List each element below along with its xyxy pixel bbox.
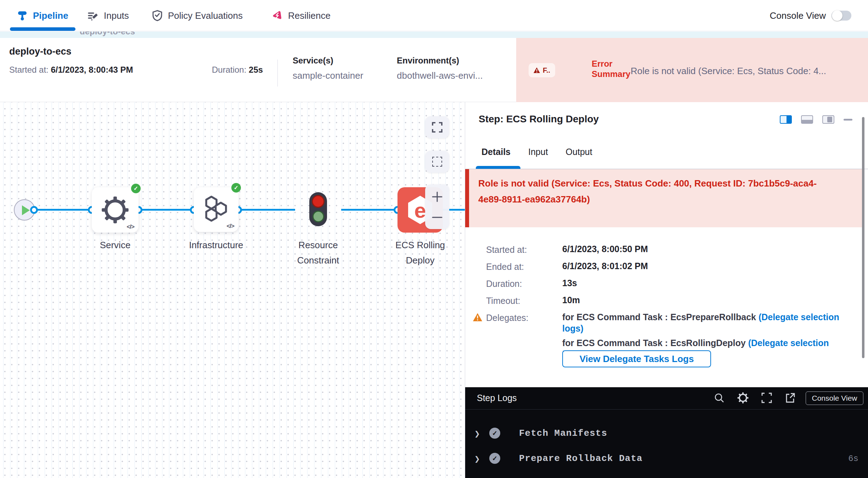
step-error-message: Role is not valid (Service: Ecs, Status … (478, 176, 836, 207)
success-check-badge: ✓ (131, 184, 141, 193)
detail-label: Started at: (486, 245, 527, 255)
search-icon[interactable] (714, 393, 725, 403)
app-root: Pipeline Inputs Policy Evaluations Resil… (0, 0, 868, 478)
delegate-line: for ECS Command Task : EcsPrepareRollbac… (562, 311, 846, 334)
canvas-fullscreen-button[interactable] (425, 116, 449, 138)
active-tab-underline (10, 27, 75, 31)
tab-pipeline-label: Pipeline (33, 10, 68, 21)
detail-value: 6/1/2023, 8:01:02 PM (562, 261, 648, 271)
layout-floating-icon[interactable] (822, 115, 834, 124)
log-row-duration: 6s (848, 454, 858, 463)
edge-constraint-ecs (341, 209, 398, 211)
code-glyph: </> (126, 223, 134, 230)
environments-value[interactable]: dbothwell-aws-envi... (397, 70, 483, 81)
log-row-title: Prepare Rollback Data (519, 453, 643, 464)
layout-split-bottom-icon[interactable] (801, 115, 813, 124)
minimize-icon[interactable] (844, 119, 852, 121)
log-success-icon: ✓ (489, 428, 500, 439)
tab-inputs[interactable]: Inputs (88, 0, 129, 31)
failed-badge-label: F.. (543, 66, 550, 74)
edge-infra-constraint (238, 209, 295, 211)
service-gear-icon (101, 196, 129, 224)
node-service-label: Service (80, 238, 151, 253)
error-summary-label: Error Summary (592, 59, 636, 79)
step-error-message-box: Role is not valid (Service: Ecs, Status … (465, 169, 864, 227)
settings-gear-icon[interactable] (737, 392, 749, 404)
zoom-out-icon (432, 212, 443, 223)
zoom-in-icon (432, 191, 443, 202)
port (30, 206, 38, 214)
detail-value: 13s (562, 278, 577, 288)
tab-input[interactable]: Input (528, 147, 548, 157)
resilience-icon (271, 10, 283, 21)
success-check-badge: ✓ (231, 183, 241, 193)
layout-split-right-icon[interactable] (780, 115, 792, 124)
pipeline-canvas[interactable]: ✓ </> Service ✓ </> Infrastructure Resou… (0, 102, 465, 478)
code-glyph: </> (226, 223, 234, 230)
step-logs-actions (714, 392, 795, 404)
environments-label: Environment(s) (397, 56, 483, 66)
chevron-right-icon[interactable]: ❯ (474, 428, 480, 439)
top-nav: Pipeline Inputs Policy Evaluations Resil… (0, 0, 868, 31)
services-label: Service(s) (293, 56, 363, 66)
console-view-toggle[interactable] (832, 11, 851, 21)
tab-details[interactable]: Details (481, 147, 511, 157)
console-view-button[interactable]: Console View (806, 391, 863, 405)
console-view-toggle-group: Console View (770, 0, 851, 31)
tab-pipeline[interactable]: Pipeline (17, 0, 68, 31)
panel-scrollbar[interactable] (862, 117, 864, 358)
delegates-warning-icon (473, 313, 482, 321)
scrolled-breadcrumb-strip: deploy-to-ecs (0, 32, 868, 38)
step-logs-title: Step Logs (477, 393, 517, 403)
detail-value: 10m (562, 295, 580, 305)
tab-output[interactable]: Output (566, 147, 592, 157)
tab-policy-evaluations[interactable]: Policy Evaluations (152, 0, 243, 31)
canvas-select-button[interactable] (425, 151, 449, 173)
error-summary-banner: F.. Error Summary Role is not valid (Ser… (516, 38, 868, 102)
expand-icon[interactable] (761, 393, 772, 403)
warning-triangle-icon (534, 67, 540, 73)
services-column: Service(s) sample-container (293, 56, 363, 81)
edge-start-service (34, 209, 92, 211)
tab-inputs-label: Inputs (104, 10, 129, 21)
node-infrastructure-label: Infrastructure (181, 238, 252, 253)
svg-text:e: e (414, 199, 426, 222)
node-resource-constraint-label: Resource Constraint (283, 238, 354, 268)
step-panel-title: Step: ECS Rolling Deploy (479, 113, 599, 125)
services-value[interactable]: sample-container (293, 70, 363, 81)
traffic-red-light (312, 195, 325, 208)
tab-resilience[interactable]: Resilience (271, 0, 331, 31)
detail-label: Timeout: (486, 296, 520, 306)
tab-policy-evaluations-label: Policy Evaluations (168, 10, 243, 21)
step-logs-panel: Step Logs Console View ❯ ✓ Fetch Manifes… (465, 387, 868, 478)
chevron-right-icon[interactable]: ❯ (474, 454, 480, 464)
infrastructure-icon (202, 196, 230, 223)
edge-service-infra (139, 209, 194, 211)
started-at: Started at: 6/1/2023, 8:00:43 PM (9, 65, 133, 75)
step-details-panel: Step: ECS Rolling Deploy Details Input O… (465, 102, 868, 478)
traffic-green-light (312, 211, 324, 222)
log-success-icon: ✓ (489, 453, 500, 464)
detail-label: Ended at: (486, 262, 524, 272)
node-resource-constraint[interactable] (309, 192, 327, 226)
tab-resilience-label: Resilience (288, 10, 331, 21)
panel-layout-controls (780, 115, 852, 124)
pipeline-name: deploy-to-ecs (9, 46, 72, 57)
policy-shield-icon (152, 10, 163, 21)
node-ecs-label: ECS Rolling Deploy (385, 238, 456, 268)
log-row-prepare-rollback[interactable]: ❯ ✓ Prepare Rollback Data 6s (465, 452, 868, 466)
failed-status-badge: F.. (529, 63, 555, 77)
view-delegate-tasks-logs-button[interactable]: View Delegate Tasks Logs (562, 350, 711, 367)
open-in-new-icon[interactable] (785, 393, 795, 403)
execution-header: deploy-to-ecs Started at: 6/1/2023, 8:00… (0, 38, 868, 102)
console-view-label: Console View (770, 10, 826, 21)
delegates-label: Delegates: (486, 313, 529, 323)
log-row-fetch-manifests[interactable]: ❯ ✓ Fetch Manifests (465, 427, 868, 441)
zoom-controls[interactable] (425, 184, 449, 229)
node-service[interactable]: ✓ </> (92, 187, 139, 233)
node-infrastructure[interactable]: ✓ </> (194, 187, 238, 232)
duration: Duration: 25s (212, 65, 263, 75)
marquee-select-icon (432, 157, 442, 167)
step-logs-header: Step Logs Console View (465, 387, 868, 410)
error-summary-text: Role is not valid (Service: Ecs, Status … (631, 66, 864, 77)
